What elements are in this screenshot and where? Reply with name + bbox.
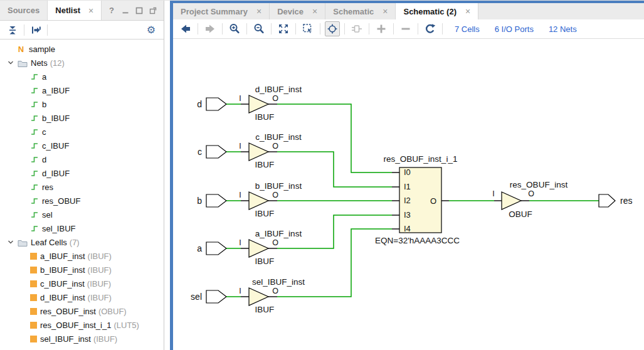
tree-item-d[interactable]: d xyxy=(0,152,164,166)
ibuf-a_IBUF_inst[interactable] xyxy=(249,240,268,257)
input-port-c[interactable] xyxy=(206,146,226,158)
tree-item-b-ibuf-inst[interactable]: b_IBUF_inst(IBUF) xyxy=(0,263,164,277)
settings-gear-icon[interactable]: ⚙ xyxy=(144,23,159,38)
tab-netlist[interactable]: Netlist× xyxy=(47,1,102,20)
input-port-d[interactable] xyxy=(206,98,226,110)
pin-label-i: I xyxy=(239,94,241,103)
close-icon[interactable]: × xyxy=(465,6,470,16)
obuf-res_OBUF_inst[interactable] xyxy=(502,192,521,209)
tree-item-label: b_IBUF xyxy=(42,114,70,123)
help-icon[interactable]: ? xyxy=(107,6,116,15)
tree-item-a[interactable]: a xyxy=(0,70,164,83)
close-icon[interactable]: × xyxy=(383,6,388,16)
close-icon[interactable]: × xyxy=(256,6,261,16)
input-port-sel[interactable] xyxy=(206,290,226,303)
stat-link-7-cells[interactable]: 7 Cells xyxy=(455,24,480,34)
toolbar-separator xyxy=(393,23,394,34)
collapse-all-icon[interactable] xyxy=(5,23,20,38)
tab-project-summary[interactable]: Project Summary× xyxy=(173,3,270,19)
goto-selected-icon[interactable] xyxy=(28,23,43,38)
zoom-out-icon[interactable] xyxy=(251,21,267,36)
port-label-res: res xyxy=(620,196,632,206)
tab-label: Schematic xyxy=(333,7,374,16)
minimize-icon[interactable] xyxy=(121,6,130,15)
lut-pin-I1: I1 xyxy=(404,182,411,191)
autofit-selection-icon[interactable] xyxy=(325,21,340,36)
pin-label-o: O xyxy=(528,189,534,198)
add-icon[interactable] xyxy=(374,21,389,36)
tree-item-c[interactable]: c xyxy=(0,125,164,139)
tree-item-label: a xyxy=(42,72,46,82)
ibuf-d_IBUF_inst[interactable] xyxy=(249,95,268,113)
tree-item-res-obuf-inst[interactable]: res_OBUF_inst(OBUF) xyxy=(0,304,164,318)
chevron-down-icon[interactable] xyxy=(6,238,14,246)
tree-item-leaf-cells[interactable]: Leaf Cells(7) xyxy=(0,235,164,249)
cell-icon xyxy=(30,308,37,315)
close-icon[interactable]: × xyxy=(312,6,317,16)
tree-item-a-ibuf[interactable]: a_IBUF xyxy=(0,83,164,97)
ibuf-sel_IBUF_inst[interactable] xyxy=(249,288,268,305)
maximize-icon[interactable] xyxy=(135,6,144,15)
tree-item-sample[interactable]: Nsample xyxy=(0,42,164,56)
input-port-a[interactable] xyxy=(206,242,226,255)
chevron-glyph xyxy=(7,59,14,66)
expand-cone-icon[interactable] xyxy=(349,21,364,36)
tree-item-b[interactable]: b xyxy=(0,97,164,111)
tree-item-sel-ibuf[interactable]: sel_IBUF xyxy=(0,221,164,235)
tree-item-nets[interactable]: Nets(12) xyxy=(0,56,164,70)
forward-icon[interactable] xyxy=(203,21,218,36)
tree-item-c-ibuf-inst[interactable]: c_IBUF_inst(IBUF) xyxy=(0,277,164,290)
celltype-label: IBUF xyxy=(255,160,275,169)
stat-link-12-nets[interactable]: 12 Nets xyxy=(549,24,577,34)
tree-item-sel[interactable]: sel xyxy=(0,208,164,221)
schematic-canvas[interactable]: dIOd_IBUF_instIBUFcIOc_IBUF_instIBUFbIOb… xyxy=(173,39,644,350)
regenerate-icon[interactable] xyxy=(423,21,438,36)
tree-item-label: sel_IBUF_inst xyxy=(40,334,91,344)
tab-sources[interactable]: Sources xyxy=(0,1,47,20)
tree-item-res-obuf-inst-i-1[interactable]: res_OBUF_inst_i_1(LUT5) xyxy=(0,318,164,332)
tree-item-a-ibuf-inst[interactable]: a_IBUF_inst(IBUF) xyxy=(0,249,164,263)
celltype-label: IBUF xyxy=(255,112,275,122)
chevron-glyph xyxy=(7,238,14,246)
instance-label: res_OBUF_inst xyxy=(510,180,568,189)
chevron-down-icon[interactable] xyxy=(6,59,14,66)
pin-label-o: O xyxy=(272,142,278,151)
toolbar-separator xyxy=(24,24,24,36)
net-icon xyxy=(30,72,39,81)
zoom-fit-icon[interactable] xyxy=(276,21,291,36)
tab-label: Schematic (2) xyxy=(403,7,457,16)
zoom-in-icon[interactable] xyxy=(227,21,242,36)
tree-item-label: sel xyxy=(42,210,53,220)
toolbar-separator xyxy=(418,23,418,34)
lut-name-label: res_OBUF_inst_i_1 xyxy=(384,154,458,164)
tab-schematic-2[interactable]: Schematic (2)× xyxy=(396,3,478,19)
tree-item-label: d xyxy=(42,155,46,164)
net-icon xyxy=(30,210,39,219)
input-port-b[interactable] xyxy=(206,194,226,207)
tree-item-c-ibuf[interactable]: c_IBUF xyxy=(0,139,164,152)
lut-pin-I3: I3 xyxy=(404,210,411,220)
tree-item-d-ibuf[interactable]: d_IBUF xyxy=(0,166,164,180)
tree-item-res[interactable]: res xyxy=(0,180,164,194)
remove-icon[interactable] xyxy=(398,21,413,36)
cell-icon xyxy=(30,336,37,342)
float-icon[interactable] xyxy=(149,6,157,15)
lut-pin-I4: I4 xyxy=(404,224,411,233)
output-port-res[interactable] xyxy=(599,194,615,207)
zoom-to-selection-icon[interactable] xyxy=(300,21,315,36)
tab-schematic[interactable]: Schematic× xyxy=(325,3,396,19)
tree-item-d-ibuf-inst[interactable]: d_IBUF_inst(IBUF) xyxy=(0,290,164,304)
stat-link-6-i-o-ports[interactable]: 6 I/O Ports xyxy=(495,24,534,34)
ibuf-b_IBUF_inst[interactable] xyxy=(249,192,268,209)
tree-item-b-ibuf[interactable]: b_IBUF xyxy=(0,111,164,125)
tab-label: Netlist xyxy=(55,6,80,15)
tree-item-sel-ibuf-inst[interactable]: sel_IBUF_inst(IBUF) xyxy=(0,332,164,346)
ibuf-c_IBUF_inst[interactable] xyxy=(249,143,268,161)
tree-item-res-obuf[interactable]: res_OBUF xyxy=(0,194,164,208)
tab-device[interactable]: Device× xyxy=(270,3,325,19)
tree-item-label: d_IBUF xyxy=(42,169,70,178)
net-icon xyxy=(30,169,39,178)
back-icon[interactable] xyxy=(178,21,193,36)
close-icon[interactable]: × xyxy=(88,6,93,16)
pin-label-o: O xyxy=(272,94,278,103)
